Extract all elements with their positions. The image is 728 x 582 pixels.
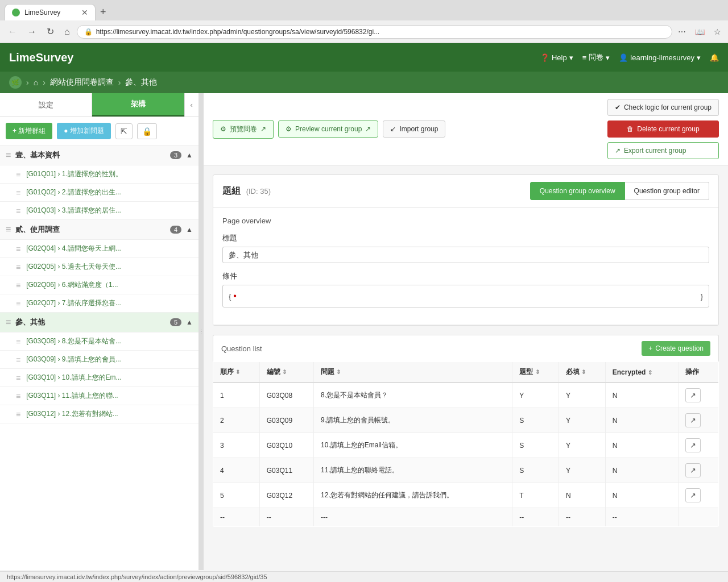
edit-question-button[interactable]: ↗ [685, 463, 701, 477]
edit-question-button[interactable]: ↗ [685, 488, 701, 502]
list-item[interactable]: ≡ [G03Q10] › 10.請填上您的Em... [0, 369, 198, 387]
group-1-questions: ≡ [G01Q01] › 1.請選擇您的性別。 ≡ [G01Q02] › 2.請… [0, 165, 198, 220]
list-item[interactable]: ≡ [G01Q03] › 3.請選擇您的居住... [0, 202, 198, 220]
cell-required: N [559, 483, 605, 508]
surveys-label: 問卷 [589, 52, 603, 63]
edit-question-button[interactable]: ↗ [685, 388, 701, 402]
group-3-toggle[interactable]: ▲ [186, 318, 193, 326]
col-problem[interactable]: 問題 ⇕ [314, 362, 512, 383]
import-group-button[interactable]: ↙ Import group [383, 120, 445, 138]
drag-handle-icon: ≡ [16, 392, 20, 401]
home-button[interactable]: ⌂ [61, 24, 73, 39]
question-text: [G03Q12] › 12.您若有對網站... [26, 409, 193, 419]
sidebar-resizer[interactable]: ⋮ [199, 93, 204, 570]
col-type[interactable]: 題型 ⇕ [512, 362, 559, 383]
col-required[interactable]: 必填 ⇕ [559, 362, 605, 383]
list-item[interactable]: ≡ [G01Q02] › 2.請選擇您的出生... [0, 184, 198, 202]
condition-field-label: 條件 [222, 271, 709, 281]
page-overview-label: Page overview [222, 217, 709, 225]
user-button[interactable]: 👤 learning-limesurvey ▾ [619, 53, 701, 62]
reader-icon[interactable]: 📖 [693, 26, 707, 38]
sort-encrypted-icon: ⇕ [648, 369, 652, 376]
expand-all-button[interactable]: ⇱ [115, 123, 133, 139]
list-item[interactable]: ≡ [G01Q01] › 1.請選擇您的性別。 [0, 165, 198, 184]
preview-survey-button[interactable]: ⚙ 預覽問卷 ↗ [213, 120, 274, 139]
forward-button[interactable]: → [24, 24, 40, 39]
col-code[interactable]: 編號 ⇕ [259, 362, 313, 383]
list-item[interactable]: ≡ [G03Q08] › 8.您是不是本站會... [0, 332, 198, 351]
address-bar[interactable]: 🔒 https://limesurvey.imacat.idv.tw/index… [77, 25, 672, 39]
tab-close-button[interactable]: ✕ [81, 8, 88, 17]
question-text: [G01Q03] › 3.請選擇您的居住... [26, 206, 193, 215]
list-item[interactable]: ≡ [G02Q07] › 7.請依序選擇您喜... [0, 294, 198, 313]
tab-overview-button[interactable]: Question group overview [530, 182, 625, 200]
group-1-toggle[interactable]: ▲ [186, 151, 193, 159]
tab-structure[interactable]: 架構 [92, 93, 184, 117]
list-item[interactable]: ≡ [G03Q12] › 12.您若有對網站... [0, 405, 198, 423]
edit-question-button[interactable]: ↗ [685, 413, 701, 427]
table-row: 4 G03Q11 11.請填上您的聯絡電話。 S Y N ↗ [213, 458, 719, 483]
group-1-count: 3 [170, 151, 181, 159]
import-icon: ↙ [390, 125, 396, 133]
help-icon: ❓ [540, 53, 549, 62]
edit-question-button[interactable]: ↗ [685, 438, 701, 452]
group-3-drag-handle: ≡ [6, 317, 11, 327]
list-item[interactable]: ≡ [G03Q09] › 9.請填上您的會員... [0, 351, 198, 369]
new-tab-button[interactable]: + [96, 4, 111, 20]
browser-chrome: LimeSurvey ✕ + ← → ↻ ⌂ 🔒 https://limesur… [0, 0, 728, 43]
group-2-header[interactable]: ≡ 貳、使用調查 4 ▲ [0, 220, 198, 240]
sidebar-toolbar: + 新增群組 ● 增加新問題 ⇱ 🔒 [0, 117, 198, 146]
preview-group-button[interactable]: ⚙ Preview current group ↗ [278, 120, 378, 138]
add-question-button[interactable]: ● 增加新問題 [57, 123, 111, 139]
cell-problem: --- [314, 508, 512, 527]
notification-button[interactable]: 🔔 [710, 53, 719, 62]
list-item[interactable]: ≡ [G02Q06] › 6.網站滿意度（1... [0, 276, 198, 294]
tab-settings[interactable]: 設定 [0, 93, 92, 117]
list-item[interactable]: ≡ [G02Q05] › 5.過去七天每天使... [0, 258, 198, 276]
group-1-header[interactable]: ≡ 壹、基本資料 3 ▲ [0, 146, 198, 165]
question-text: [G01Q01] › 1.請選擇您的性別。 [26, 169, 193, 179]
cell-required: Y [559, 408, 605, 433]
export-group-button[interactable]: ↗ Export current group [607, 142, 719, 159]
bookmark-icon[interactable]: ☆ [712, 26, 723, 38]
create-question-label: Create question [655, 344, 704, 352]
cell-encrypted: N [605, 433, 679, 458]
cell-type: -- [512, 508, 559, 527]
surveys-button[interactable]: ≡ 問卷 ▾ [582, 52, 610, 63]
question-text: [G02Q04] › 4.請問您每天上網... [26, 244, 193, 253]
check-logic-button[interactable]: ✔ Check logic for current group [607, 99, 719, 116]
more-button[interactable]: ⋯ [676, 26, 688, 38]
cell-action: ↗ [679, 433, 719, 458]
col-encrypted[interactable]: Encrypted ⇕ [605, 362, 679, 383]
user-icon: 👤 [619, 53, 628, 62]
lock-button[interactable]: 🔒 [137, 123, 157, 139]
breadcrumb-home-icon[interactable]: ⌂ [34, 78, 38, 87]
drag-handle-icon: ≡ [16, 299, 20, 308]
cell-encrypted: N [605, 383, 679, 408]
cell-type: T [512, 483, 559, 508]
refresh-button[interactable]: ↻ [43, 24, 57, 39]
user-label: learning-limesurvey [630, 53, 694, 62]
group-3-header[interactable]: ≡ 參、其他 5 ▲ [0, 313, 198, 332]
drag-handle-icon: ≡ [16, 170, 20, 179]
browser-tab-active[interactable]: LimeSurvey ✕ [5, 4, 96, 20]
breadcrumb-survey[interactable]: 網站使用問卷調查 [50, 77, 114, 88]
list-item[interactable]: ≡ [G03Q11] › 11.請填上您的聯... [0, 387, 198, 405]
delete-group-button[interactable]: 🗑 Delete current group [607, 120, 719, 138]
new-group-button[interactable]: + 新增群組 [6, 123, 52, 139]
list-item[interactable]: ≡ [G02Q04] › 4.請問您每天上網... [0, 240, 198, 258]
table-row: -- -- --- -- -- -- [213, 508, 719, 527]
help-button[interactable]: ❓ Help ▾ [540, 53, 573, 62]
preview-group-label: Preview current group [295, 125, 362, 133]
group-2-toggle[interactable]: ▲ [186, 226, 193, 234]
tab-editor-button[interactable]: Question group editor [625, 182, 709, 200]
cell-code: G03Q10 [259, 433, 313, 458]
col-order[interactable]: 順序 ⇕ [213, 362, 260, 383]
create-question-button[interactable]: + Create question [642, 341, 710, 356]
question-text: [G03Q09] › 9.請填上您的會員... [26, 355, 193, 364]
title-input[interactable] [222, 247, 709, 263]
back-button[interactable]: ← [5, 24, 20, 39]
question-text: [G03Q08] › 8.您是不是本站會... [26, 336, 193, 346]
sidebar-collapse-button[interactable]: ‹ [184, 93, 198, 117]
condition-input[interactable]: { • } [222, 285, 709, 307]
